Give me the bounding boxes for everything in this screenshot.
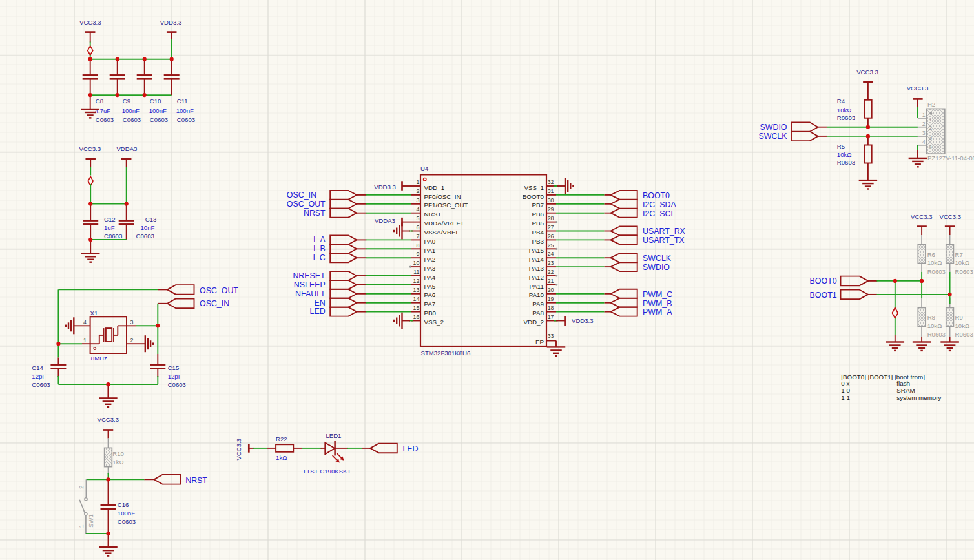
svg-text:C0603: C0603 xyxy=(96,116,114,123)
svg-text:R7: R7 xyxy=(955,251,963,258)
svg-text:VDD_2: VDD_2 xyxy=(523,318,544,326)
svg-text:C0603: C0603 xyxy=(168,381,186,388)
svg-text:22: 22 xyxy=(548,269,554,275)
svg-text:R4: R4 xyxy=(837,98,845,105)
svg-text:4.7uF: 4.7uF xyxy=(95,107,111,114)
svg-text:I2C_SCL: I2C_SCL xyxy=(643,209,675,218)
svg-text:C0603: C0603 xyxy=(177,116,195,123)
svg-text:BOOT0: BOOT0 xyxy=(810,276,837,285)
svg-text:OSC_OUT: OSC_OUT xyxy=(200,286,238,295)
svg-text:1: 1 xyxy=(922,112,926,118)
svg-text:12pF: 12pF xyxy=(168,373,182,380)
svg-text:C13: C13 xyxy=(145,216,157,223)
svg-text:14: 14 xyxy=(413,296,420,302)
svg-text:VDDA/VREF+: VDDA/VREF+ xyxy=(424,220,464,227)
svg-text:I_C: I_C xyxy=(313,253,325,262)
svg-text:H2: H2 xyxy=(927,101,935,108)
svg-text:PA0: PA0 xyxy=(424,238,436,245)
svg-text:R0603: R0603 xyxy=(837,159,855,166)
svg-text:PB0: PB0 xyxy=(424,309,437,316)
svg-text:C0603: C0603 xyxy=(32,381,50,388)
svg-text:2: 2 xyxy=(929,124,932,131)
svg-text:NRST: NRST xyxy=(304,209,326,218)
svg-text:5: 5 xyxy=(416,215,419,222)
svg-text:BOOT0: BOOT0 xyxy=(523,193,544,200)
svg-text:12: 12 xyxy=(413,278,420,284)
svg-text:PWM_B: PWM_B xyxy=(643,299,672,308)
svg-text:VCC3.3: VCC3.3 xyxy=(79,19,101,26)
svg-text:C0603: C0603 xyxy=(150,116,168,123)
svg-text:2: 2 xyxy=(416,188,419,194)
svg-text:PF1/OSC_OUT: PF1/OSC_OUT xyxy=(424,202,468,209)
svg-text:20: 20 xyxy=(548,287,554,293)
svg-text:PA1: PA1 xyxy=(424,247,436,254)
svg-text:C0603: C0603 xyxy=(123,116,141,123)
svg-text:4: 4 xyxy=(922,139,926,145)
svg-text:R0603: R0603 xyxy=(927,331,946,338)
svg-text:11: 11 xyxy=(413,269,419,275)
svg-text:1: 1 xyxy=(929,116,932,123)
svg-text:13: 13 xyxy=(413,287,420,293)
svg-text:VCC3.3: VCC3.3 xyxy=(235,439,242,461)
svg-text:X1: X1 xyxy=(90,309,98,316)
svg-text:10kΩ: 10kΩ xyxy=(955,322,970,329)
svg-text:1kΩ: 1kΩ xyxy=(276,454,287,461)
svg-text:23: 23 xyxy=(548,260,554,266)
svg-text:NFAULT: NFAULT xyxy=(295,289,326,298)
svg-text:1: 1 xyxy=(83,337,87,344)
svg-text:33: 33 xyxy=(548,333,554,339)
svg-text:6: 6 xyxy=(416,224,419,231)
svg-text:[BOOT0] [BOOT1] [boot from]: [BOOT0] [BOOT1] [boot from] xyxy=(841,373,925,380)
svg-text:R0603: R0603 xyxy=(955,268,973,275)
svg-text:OSC_OUT: OSC_OUT xyxy=(287,200,326,209)
svg-text:10kΩ: 10kΩ xyxy=(837,151,852,158)
svg-text:24: 24 xyxy=(548,251,554,257)
svg-text:I_A: I_A xyxy=(313,235,326,244)
svg-text:PA2: PA2 xyxy=(424,256,436,263)
svg-text:PA4: PA4 xyxy=(424,274,436,281)
svg-text:C10: C10 xyxy=(150,98,161,105)
svg-text:2: 2 xyxy=(922,121,926,127)
svg-text:2: 2 xyxy=(78,486,85,489)
svg-text:SW1: SW1 xyxy=(87,514,94,528)
svg-text:100nF: 100nF xyxy=(122,107,140,114)
svg-text:LED: LED xyxy=(402,444,418,453)
svg-text:8MHz: 8MHz xyxy=(91,355,107,362)
svg-text:C11: C11 xyxy=(177,98,188,105)
svg-text:21: 21 xyxy=(548,278,554,284)
svg-text:R6: R6 xyxy=(927,251,935,258)
svg-text:PA15: PA15 xyxy=(529,247,544,254)
svg-text:32: 32 xyxy=(548,179,554,185)
svg-text:C8: C8 xyxy=(96,98,103,105)
svg-text:VDD3.3: VDD3.3 xyxy=(374,183,396,191)
svg-text:PB7: PB7 xyxy=(532,202,544,209)
svg-text:PA13: PA13 xyxy=(529,265,544,272)
svg-text:PB3: PB3 xyxy=(532,238,544,245)
svg-text:100nF: 100nF xyxy=(149,107,167,114)
svg-text:C16: C16 xyxy=(118,501,129,508)
svg-text:USART_TX: USART_TX xyxy=(643,236,685,245)
svg-text:system memory: system memory xyxy=(896,394,941,401)
svg-text:R0603: R0603 xyxy=(927,268,946,275)
svg-text:1 1: 1 1 xyxy=(841,394,850,401)
svg-text:PA8: PA8 xyxy=(532,309,544,316)
svg-text:VDD_1: VDD_1 xyxy=(424,184,445,191)
svg-text:19: 19 xyxy=(548,296,554,302)
svg-text:16: 16 xyxy=(413,314,420,320)
svg-text:27: 27 xyxy=(548,224,554,231)
svg-text:BOOT0: BOOT0 xyxy=(643,191,670,200)
svg-text:VCC3.3: VCC3.3 xyxy=(98,416,119,423)
svg-text:VDDA3: VDDA3 xyxy=(375,217,395,224)
svg-text:3: 3 xyxy=(922,130,926,136)
svg-text:1: 1 xyxy=(416,179,419,185)
svg-text:R0603: R0603 xyxy=(837,114,855,121)
svg-text:BOOT1: BOOT1 xyxy=(810,291,837,300)
svg-text:VDD3.3: VDD3.3 xyxy=(572,317,594,324)
svg-text:PA14: PA14 xyxy=(529,256,544,263)
svg-text:VDD3.3: VDD3.3 xyxy=(160,19,182,26)
svg-text:1: 1 xyxy=(78,524,85,528)
svg-text:flash: flash xyxy=(896,380,910,387)
svg-text:OSC_IN: OSC_IN xyxy=(287,191,316,200)
svg-text:10kΩ: 10kΩ xyxy=(837,107,852,114)
svg-text:10kΩ: 10kΩ xyxy=(927,259,942,266)
